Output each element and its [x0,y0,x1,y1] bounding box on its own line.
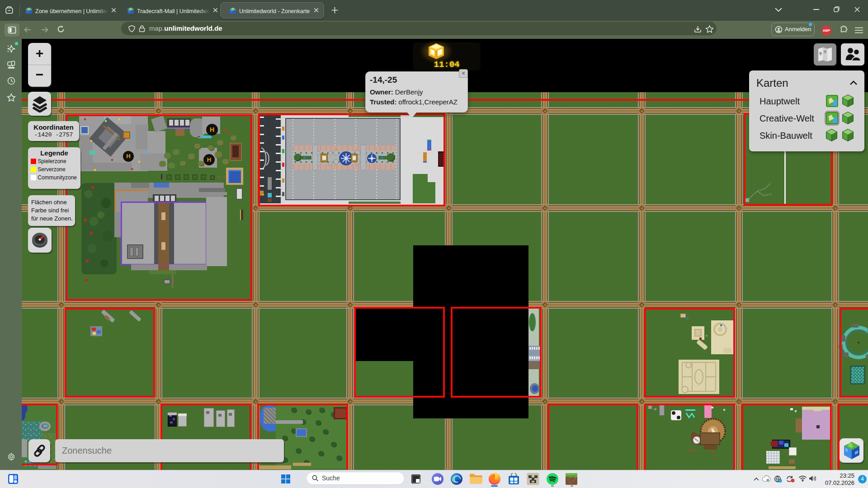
svg-text:i: i [780,479,780,482]
